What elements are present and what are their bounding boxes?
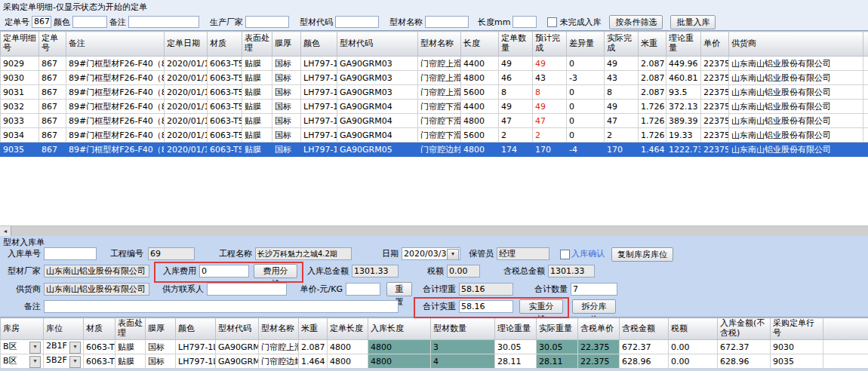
table-row[interactable]: 903486789#门框型材F26-F40（866+867）2020/01/13… xyxy=(1,128,868,143)
column-header[interactable]: 预计完成 xyxy=(533,32,567,57)
manufacturer-input[interactable] xyxy=(245,16,289,28)
column-header[interactable]: 定单号 xyxy=(39,32,66,57)
total-amount-field[interactable]: 1301.33 xyxy=(352,265,399,277)
column-header[interactable]: 库房 xyxy=(1,318,44,340)
total-qty-field[interactable]: 7 xyxy=(571,283,617,296)
column-header[interactable]: 颜色 xyxy=(301,32,337,57)
column-header[interactable]: 理论重量 xyxy=(666,32,701,57)
fee-share-button[interactable]: 费用分摊 xyxy=(254,264,297,278)
dropdown-arrow-icon[interactable]: ▾ xyxy=(69,356,81,368)
column-header[interactable]: 供货商 xyxy=(729,32,863,57)
column-header[interactable]: 材质 xyxy=(208,32,242,57)
column-header[interactable]: 表面处理 xyxy=(115,318,146,340)
batch-inbound-button[interactable]: 批量入库 xyxy=(670,15,716,29)
tax-total-field[interactable]: 1301.33 xyxy=(548,265,595,277)
keeper-field[interactable]: 经理 xyxy=(497,247,549,260)
total-actual-weight-input[interactable]: 58.16 xyxy=(459,300,513,313)
column-header[interactable]: 膜厚 xyxy=(146,318,176,340)
date-picker[interactable]: 2020/03/31▾ xyxy=(402,247,460,260)
column-header[interactable]: 采购定单行号 xyxy=(771,318,823,340)
cell: 2.087 xyxy=(639,57,666,71)
column-header[interactable]: 理论重量 xyxy=(495,318,537,340)
column-header[interactable]: 定单日期 xyxy=(165,32,208,57)
tax-field[interactable]: 0.00 xyxy=(447,265,480,277)
column-header[interactable]: 型材名称 xyxy=(418,32,461,57)
color-input[interactable] xyxy=(72,16,107,28)
column-header[interactable]: 型材代码 xyxy=(337,32,418,57)
cell: 30.05 xyxy=(495,340,537,354)
supplier-field[interactable]: 山东南山铝业股份有限公司 xyxy=(44,283,149,296)
supplier-contact-input[interactable] xyxy=(207,283,287,296)
dropdown-arrow-icon[interactable]: ▾ xyxy=(29,356,41,368)
dropdown-arrow-icon[interactable]: ▾ xyxy=(29,342,41,354)
cell: 2 xyxy=(605,128,639,143)
column-header[interactable]: 定单数量 xyxy=(499,32,533,57)
column-header[interactable]: 差异量 xyxy=(567,32,605,57)
column-header[interactable]: 定单长度 xyxy=(328,318,368,340)
column-header[interactable]: 长度 xyxy=(461,32,499,57)
profile-code-label: 型材代码 xyxy=(300,17,333,28)
table-row[interactable]: 903386789#门框型材F26-F40（866+867）2020/01/13… xyxy=(1,114,868,128)
table-row[interactable]: 903286789#门框型材F26-F40（866+867）2020/01/13… xyxy=(1,100,868,114)
column-header[interactable]: 单价 xyxy=(701,32,729,57)
column-header[interactable]: 税额 xyxy=(669,318,718,340)
table-row[interactable]: 903186789#门框型材F26-F40（866+867）2020/01/13… xyxy=(1,85,868,100)
column-header[interactable]: 颜色 xyxy=(176,318,216,340)
table-row[interactable]: 903086789#门框型材F26-F40（866+867）2020/01/13… xyxy=(1,71,868,85)
column-header[interactable]: 材质 xyxy=(84,318,115,340)
column-header[interactable]: 米重 xyxy=(299,318,328,340)
cell: 贴膜 xyxy=(115,354,146,369)
unit-price-input[interactable] xyxy=(346,283,380,296)
inbound-no-input[interactable] xyxy=(44,247,97,260)
order-no-input[interactable]: 867 xyxy=(32,16,51,28)
column-header[interactable]: 含税金额 xyxy=(620,318,669,340)
unfinished-inbound-checkbox[interactable] xyxy=(547,17,557,27)
filler-cell xyxy=(863,85,868,100)
reset-button[interactable]: 重置 xyxy=(386,282,412,296)
horizontal-scrollbar[interactable]: ◂ xyxy=(0,225,868,236)
project-no-field[interactable]: 69 xyxy=(148,247,195,260)
copy-warehouse-location-button[interactable]: 复制库房库位 xyxy=(611,247,673,262)
table-row[interactable]: ▾B区▾5B2F6063-T5贴膜国标LH797-1LL0GA90GRM05门帘… xyxy=(1,354,868,369)
length-input[interactable] xyxy=(512,16,537,28)
cell: 山东南山铝业股份有限公司 xyxy=(729,114,863,128)
profile-code-input[interactable] xyxy=(335,16,379,28)
split-location-button[interactable]: 拆分库位 xyxy=(572,299,616,314)
filter-by-condition-button[interactable]: 按条件筛选 xyxy=(609,15,663,29)
profile-name-input[interactable] xyxy=(425,16,469,28)
scroll-left-arrow-icon[interactable]: ◂ xyxy=(0,226,11,236)
total-theory-weight-field[interactable]: 58.16 xyxy=(459,283,513,296)
inbound-confirm-checkbox[interactable] xyxy=(560,250,570,259)
column-header[interactable]: 入库长度 xyxy=(368,318,431,340)
project-name-field[interactable]: 长沙万科魅力之城4.2期 xyxy=(255,247,352,260)
table-row[interactable]: 902986789#门框型材F26-F40（866+867）2020/01/13… xyxy=(1,57,868,71)
table-row[interactable]: 903586789#门框型材F26-F40（866+867）2020/01/13… xyxy=(1,143,868,157)
column-header[interactable]: 实际完成 xyxy=(605,32,639,57)
dropdown-arrow-icon[interactable]: ▾ xyxy=(69,342,81,354)
cell: 628.96 xyxy=(620,354,669,369)
factory-field[interactable]: 山东南山铝业股份有限公司 xyxy=(44,265,149,277)
column-header[interactable]: 定单明细号 xyxy=(1,32,39,57)
cell: 1.726 xyxy=(639,100,666,114)
table-row[interactable]: ▾B区▾2B1F6063-T5贴膜国标LH797-1LL0GA90GRM03门帘… xyxy=(1,340,868,354)
calendar-dropdown-icon[interactable]: ▾ xyxy=(447,249,459,260)
column-header[interactable]: 膜厚 xyxy=(272,32,301,57)
column-header[interactable]: 入库金额(不含税) xyxy=(718,318,771,340)
column-header[interactable]: 型材代码 xyxy=(216,318,259,340)
column-header[interactable]: 型材数量 xyxy=(431,318,495,340)
column-header[interactable]: 型材名称 xyxy=(259,318,299,340)
remark2-input[interactable] xyxy=(44,300,399,313)
column-header[interactable]: 库位 xyxy=(44,318,84,340)
remark-input[interactable] xyxy=(128,16,199,28)
column-header[interactable]: 实际重量 xyxy=(537,318,578,340)
scrollbar-thumb[interactable] xyxy=(11,226,868,236)
tax-label: 税额 xyxy=(421,265,444,277)
column-header[interactable]: 含税单价 xyxy=(578,318,620,340)
column-header[interactable]: 备注 xyxy=(66,32,165,57)
column-header[interactable]: 米重 xyxy=(639,32,666,57)
column-header[interactable]: 表面处理 xyxy=(242,32,272,57)
cell: 49 xyxy=(605,57,639,71)
cell: 8 xyxy=(533,85,567,100)
actual-weight-share-button[interactable]: 实重分摊 xyxy=(519,299,563,314)
inbound-fee-input[interactable]: 0 xyxy=(199,265,249,277)
